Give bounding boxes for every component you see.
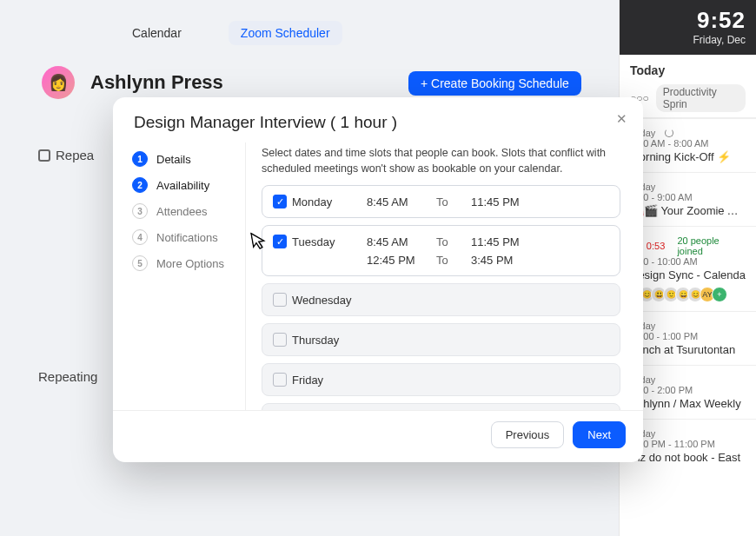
previous-button[interactable]: Previous [491,421,565,448]
panel-description: Select dates and time slots that people … [262,146,620,176]
day-card-wednesday[interactable]: Wednesday [262,283,620,316]
time-to[interactable]: 3:45 PM [471,254,540,267]
step-availability[interactable]: 2Availability [129,172,245,198]
close-icon[interactable]: ✕ [616,111,627,127]
day-card-thursday[interactable]: Thursday [262,323,620,356]
availability-panel: Select dates and time slots that people … [245,142,638,410]
next-button[interactable]: Next [573,421,626,448]
day-card-saturday[interactable]: Saturday [262,403,620,410]
day-card-monday[interactable]: Monday 8:45 AM To 11:45 PM [262,185,620,218]
time-from[interactable]: 8:45 AM [367,235,436,248]
time-to[interactable]: 11:45 PM [471,195,540,208]
modal-title: Design Manager Interview ( 1 hour ) [113,97,643,142]
time-from[interactable]: 12:45 PM [367,254,436,267]
modal-overlay: Design Manager Interview ( 1 hour ) ✕ 1D… [0,0,756,536]
day-card-friday[interactable]: Friday [262,363,620,396]
checkbox-monday[interactable] [273,195,287,208]
time-from[interactable]: 8:45 AM [367,195,436,208]
step-notifications[interactable]: 4Notifications [129,224,245,250]
checkbox-tuesday[interactable] [273,235,287,248]
time-to[interactable]: 11:45 PM [471,235,540,248]
step-list: 1Details 2Availability 3Attendees 4Notif… [129,142,245,410]
step-attendees[interactable]: 3Attendees [129,198,245,224]
checkbox-friday[interactable] [273,373,287,387]
checkbox-wednesday[interactable] [273,293,287,307]
checkbox-thursday[interactable] [273,333,287,347]
booking-schedule-modal: Design Manager Interview ( 1 hour ) ✕ 1D… [113,97,643,462]
step-more-options[interactable]: 5More Options [129,250,245,276]
step-details[interactable]: 1Details [129,146,245,172]
day-card-tuesday[interactable]: Tuesday 8:45 AM To 11:45 PM 12:45 PM To … [262,225,620,276]
